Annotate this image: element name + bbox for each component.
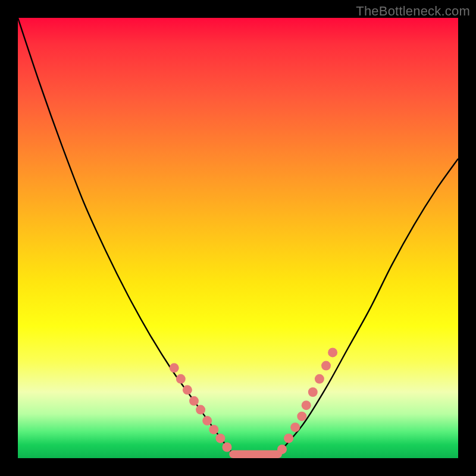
dot-right-2 [290,422,300,432]
dot-left-4 [196,405,205,415]
dot-left-6 [209,425,218,434]
dot-left-1 [176,374,186,384]
bottom-bar [229,450,282,458]
dot-left-3 [189,396,199,406]
curve-curve-left [18,18,238,458]
dot-right-8 [328,347,337,357]
dot-left-2 [183,385,192,394]
dot-right-1 [284,434,293,443]
dot-left-7 [215,434,225,443]
dot-right-3 [297,412,306,421]
dot-right-5 [308,387,318,397]
watermark-text: TheBottleneck.com [356,4,470,19]
dot-right-6 [315,374,324,384]
dot-left-5 [202,416,212,425]
chart-overlay-svg [18,18,458,458]
chart-stage: TheBottleneck.com [0,0,476,476]
dot-left-0 [170,363,179,372]
dot-right-0 [277,444,287,454]
plot-area [18,18,458,458]
dot-right-7 [321,361,331,371]
dot-left-8 [223,443,232,452]
dot-right-4 [302,400,311,410]
